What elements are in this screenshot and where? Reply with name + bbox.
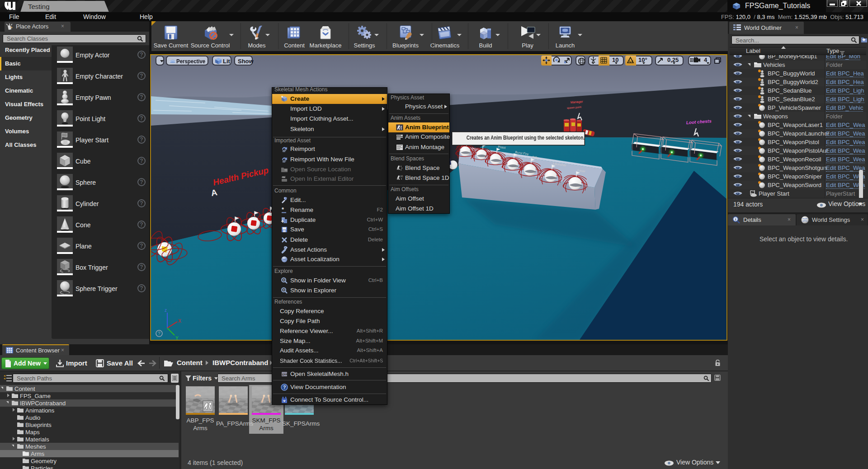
- svg-text:X: X: [178, 319, 181, 324]
- svg-text:c++: c++: [282, 373, 288, 376]
- svg-text:Y: Y: [175, 336, 179, 340]
- svg-text:z: z: [165, 308, 167, 313]
- svg-text:?: ?: [158, 331, 160, 336]
- svg-text:1D: 1D: [400, 175, 403, 178]
- svg-text:?: ?: [283, 385, 286, 390]
